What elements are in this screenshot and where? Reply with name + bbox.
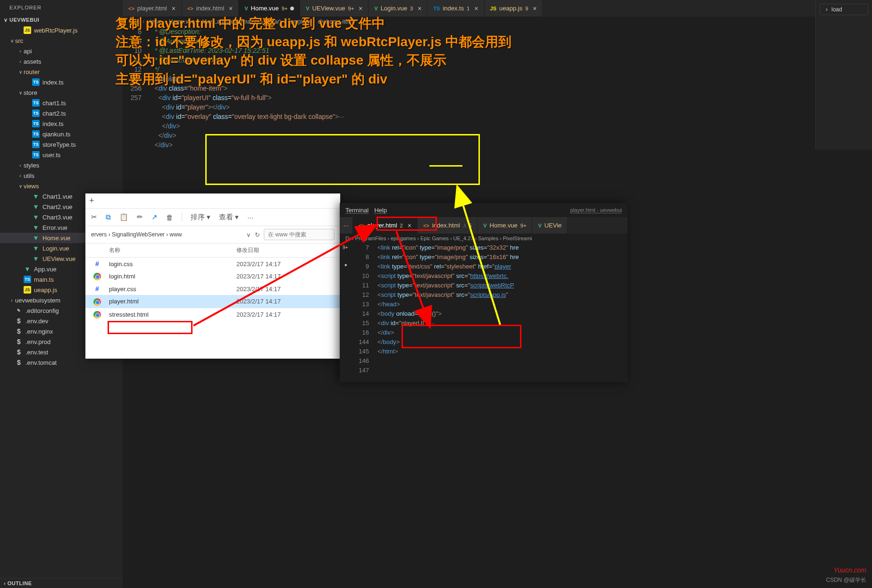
file-explorer-window: + ✂ ⧉ 📋 ✏ ↗ 🗑 排序 ▾ 查看 ▾ ··· ervers › Sig… xyxy=(85,193,340,359)
tree-item-index-ts[interactable]: TSindex.ts xyxy=(0,118,123,129)
editor2-tab-player-html[interactable]: <>player.html2× xyxy=(353,217,418,234)
file-row-login-css[interactable]: #login.css2023/2/17 14:17 xyxy=(85,258,340,270)
file-explorer-pathbar[interactable]: ervers › SignallingWebServer › www ∨ ↻ xyxy=(85,226,340,244)
delete-icon[interactable]: 🗑 xyxy=(166,213,173,221)
tree-item-storeType-ts[interactable]: TSstoreType.ts xyxy=(0,139,123,150)
editor2-gutter: 9+78•910111213141516144145146147 xyxy=(340,243,377,375)
editor2-tab-UEVie[interactable]: VUEVie xyxy=(532,217,568,234)
search-input[interactable] xyxy=(264,229,335,240)
annotation-overlay: 复制 player.html 中的 完整 div 到 vue 文件中 注意：id… xyxy=(116,14,511,88)
outline-panel: › load xyxy=(815,0,872,150)
tree-item-router[interactable]: ∨router xyxy=(0,67,123,77)
editor2-tab-index-html[interactable]: <>index.html.\5 xyxy=(418,217,478,234)
menu-terminal[interactable]: Terminal xyxy=(345,207,369,214)
tree-item-user-ts[interactable]: TSuser.ts xyxy=(0,150,123,160)
tree-item-assets[interactable]: ›assets xyxy=(0,56,123,67)
file-explorer-toolbar: ✂ ⧉ 📋 ✏ ↗ 🗑 排序 ▾ 查看 ▾ ··· xyxy=(85,209,340,226)
tree-item--env-tomcat[interactable]: $.env.tomcat xyxy=(0,357,123,368)
cut-icon[interactable]: ✂ xyxy=(91,213,97,221)
outline-section[interactable]: › OUTLINE xyxy=(0,578,123,588)
tree-item-api[interactable]: ›api xyxy=(0,46,123,56)
second-editor-window: Terminal Help player.html - uevwebui ···… xyxy=(340,203,628,382)
menu-help[interactable]: Help xyxy=(374,207,387,214)
tree-item-chart2-ts[interactable]: TSchart2.ts xyxy=(0,108,123,118)
more-button[interactable]: ··· xyxy=(247,213,253,221)
tree-item-index-ts[interactable]: TSindex.ts xyxy=(0,77,123,87)
file-list: #login.css2023/2/17 14:17login.html2023/… xyxy=(85,258,340,321)
file-row-player-css[interactable]: #player.css2023/2/17 14:17 xyxy=(85,283,340,295)
rename-icon[interactable]: ✏ xyxy=(137,213,143,221)
paste-icon[interactable]: 📋 xyxy=(119,213,128,221)
tree-item-styles[interactable]: ›styles xyxy=(0,160,123,170)
tree-item-utils[interactable]: ›utils xyxy=(0,170,123,181)
tree-item-src[interactable]: ∨src xyxy=(0,35,123,46)
folder-root[interactable]: ∨ UEVWEBUI xyxy=(0,15,123,25)
tree-item-store[interactable]: ∨store xyxy=(0,87,123,98)
tree-item-chart1-ts[interactable]: TSchart1.ts xyxy=(0,98,123,108)
tree-item-views[interactable]: ∨views xyxy=(0,181,123,191)
file-explorer-titlebar[interactable]: + xyxy=(85,193,340,209)
editor2-code[interactable]: 9+78•910111213141516144145146147 <link r… xyxy=(340,243,628,375)
tree-item-qiankun-ts[interactable]: TSqiankun.ts xyxy=(0,129,123,139)
editor2-breadcrumb[interactable]: D: › ProgramFiles › epicgames › Epic Gam… xyxy=(340,234,628,243)
editor2-tabs: ···<>player.html2×<>index.html.\5VHome.v… xyxy=(340,217,628,234)
editor2-lines[interactable]: <link rel="icon" type="image/png" sizes=… xyxy=(377,243,628,375)
tab-more[interactable]: ··· xyxy=(340,217,353,234)
watermark-csdn: CSDN @碳学长 xyxy=(826,576,866,584)
file-row-login-html[interactable]: login.html2023/2/17 14:17 xyxy=(85,270,340,283)
file-row-stresstest-html[interactable]: stresstest.html2023/2/17 14:17 xyxy=(85,308,340,321)
file-row-player-html[interactable]: player.html2023/2/17 14:17 xyxy=(85,295,340,308)
editor2-tab-Home-vue[interactable]: VHome.vue9+ xyxy=(478,217,532,234)
share-icon[interactable]: ↗ xyxy=(151,213,158,221)
sort-button[interactable]: 排序 ▾ xyxy=(191,213,210,222)
editor2-menubar[interactable]: Terminal Help player.html - uevwebui xyxy=(340,203,628,217)
editor2-window-title: player.html - uevwebui xyxy=(570,207,622,213)
copy-icon[interactable]: ⧉ xyxy=(106,213,111,221)
watermark-yuucn: Yuucn.com xyxy=(833,566,866,574)
tree-item-webRtcPlayer-js[interactable]: JSwebRtcPlayer.js xyxy=(0,25,123,35)
view-button[interactable]: 查看 ▾ xyxy=(219,213,239,222)
file-explorer-headers[interactable]: 名称 修改日期 xyxy=(85,244,340,258)
outline-item-load[interactable]: › load xyxy=(820,4,868,15)
explorer-title: EXPLORER xyxy=(0,0,123,15)
